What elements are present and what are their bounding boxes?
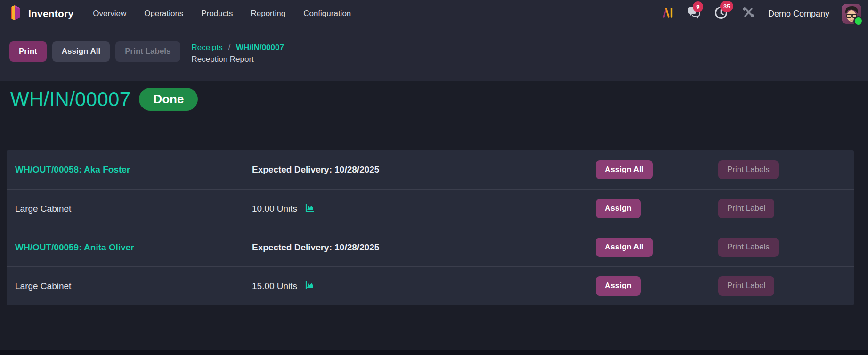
expected-delivery-text: Expected Delivery: 10/28/2025: [252, 242, 379, 253]
header: Inventory Overview Operations Products R…: [0, 0, 868, 81]
area-chart-icon: [305, 281, 315, 292]
table-row-group-header: WH/OUT/00059: Anita Oliver Expected Deli…: [7, 228, 854, 266]
group-print-labels-button[interactable]: Print Labels: [718, 160, 779, 180]
activities-button[interactable]: 35: [710, 3, 732, 25]
reception-report-table: WH/OUT/00058: Aka Foster Expected Delive…: [7, 150, 854, 305]
breadcrumb-separator: /: [228, 43, 230, 52]
main-content: WH/IN/00007 Done WH/OUT/00058: Aka Foste…: [0, 81, 868, 305]
control-panel: Print Assign All Print Labels Receipts /…: [0, 27, 868, 65]
line-assign-button[interactable]: Assign: [596, 276, 641, 296]
breadcrumb-receipts-link[interactable]: Receipts: [192, 43, 223, 52]
window-bottom-edge: [0, 350, 868, 355]
debug-tools-button[interactable]: [737, 3, 759, 24]
messages-count-badge: 9: [693, 1, 703, 12]
breadcrumb-subtitle: Reception Report: [192, 54, 284, 66]
table-row-group-header: WH/OUT/00058: Aka Foster Expected Delive…: [7, 150, 854, 189]
navbar-systray: 9 35: [657, 3, 861, 25]
forecast-report-button[interactable]: [304, 280, 316, 293]
outgoing-picking-link[interactable]: WH/OUT/00058: Aka Foster: [15, 165, 130, 175]
inventory-app-icon: [8, 5, 23, 23]
print-button[interactable]: Print: [9, 41, 47, 62]
product-name: Large Cabinet: [15, 281, 71, 291]
status-badge: Done: [139, 88, 198, 111]
title-row: WH/IN/00007 Done: [10, 88, 868, 111]
menu-reporting[interactable]: Reporting: [242, 5, 294, 23]
print-labels-button[interactable]: Print Labels: [115, 41, 180, 62]
assign-all-button[interactable]: Assign All: [52, 41, 110, 62]
company-switcher[interactable]: Demo Company: [763, 9, 834, 19]
partner-name: Aka Foster: [84, 165, 130, 174]
menu-products[interactable]: Products: [192, 5, 242, 23]
tools-icon: [741, 6, 754, 21]
activities-count-badge: 35: [720, 1, 733, 12]
outgoing-picking-link[interactable]: WH/OUT/00059: Anita Oliver: [15, 242, 134, 253]
partner-name: Anita Oliver: [84, 242, 134, 252]
area-chart-icon: [305, 203, 315, 215]
quantity-text: 10.00 Units: [252, 204, 297, 214]
group-assign-all-button[interactable]: Assign All: [596, 160, 653, 180]
breadcrumb: Receipts / WH/IN/00007 Reception Report: [192, 41, 284, 65]
user-menu-button[interactable]: [842, 4, 861, 24]
app-name: Inventory: [28, 8, 73, 19]
menu-overview[interactable]: Overview: [84, 5, 135, 23]
product-name: Large Cabinet: [15, 204, 71, 214]
line-assign-button[interactable]: Assign: [596, 199, 641, 218]
forecast-report-button[interactable]: [304, 202, 316, 215]
line-print-label-button[interactable]: Print Label: [718, 276, 774, 296]
ai-assistant-button[interactable]: [657, 4, 678, 24]
group-assign-all-button[interactable]: Assign All: [596, 238, 653, 257]
messages-button[interactable]: 9: [682, 3, 705, 24]
quantity-text: 15.00 Units: [252, 281, 297, 291]
group-print-labels-button[interactable]: Print Labels: [718, 238, 779, 257]
page-title: WH/IN/00007: [10, 88, 130, 111]
breadcrumb-current[interactable]: WH/IN/00007: [236, 43, 284, 52]
app-switcher[interactable]: Inventory: [8, 5, 73, 23]
expected-delivery-text: Expected Delivery: 10/28/2025: [252, 165, 379, 175]
main-menu: Overview Operations Products Reporting C…: [84, 5, 360, 23]
line-print-label-button[interactable]: Print Label: [718, 199, 774, 218]
table-row-product-line: Large Cabinet 15.00 Units Assign Print: [7, 266, 854, 305]
menu-operations[interactable]: Operations: [135, 5, 192, 23]
ai-icon: [661, 7, 673, 21]
table-row-product-line: Large Cabinet 10.00 Units Assign Print: [7, 189, 854, 228]
menu-configuration[interactable]: Configuration: [294, 5, 360, 23]
online-status-dot: [853, 16, 863, 26]
top-navbar: Inventory Overview Operations Products R…: [0, 0, 868, 27]
